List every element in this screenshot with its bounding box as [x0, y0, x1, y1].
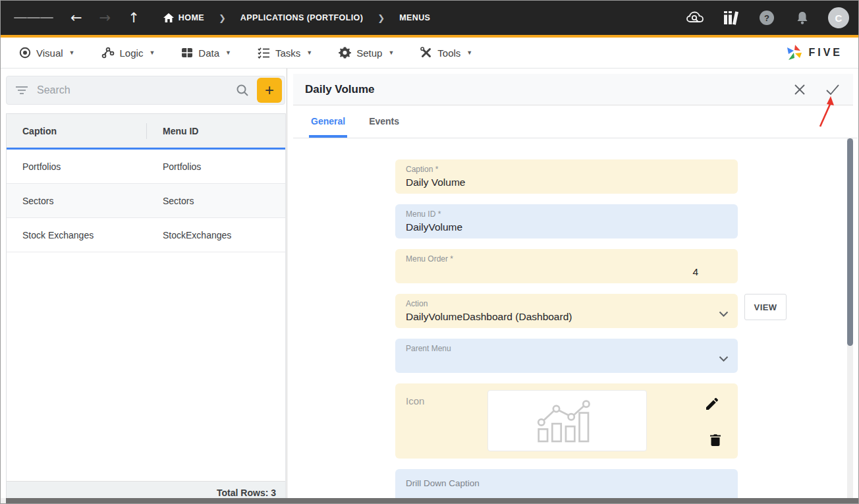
caption-value: Daily Volume: [406, 177, 727, 188]
chevron-down-icon: ▼: [388, 49, 394, 56]
data-table-icon: [181, 47, 193, 59]
breadcrumb-menus[interactable]: MENUS: [399, 13, 430, 22]
drill-down-caption-label: Drill Down Caption: [406, 478, 727, 488]
action-value: DailyVolumeDashboard (Dashboard): [406, 311, 727, 323]
five-logo-text: FIVE: [808, 47, 843, 59]
close-icon[interactable]: [792, 82, 807, 97]
tools-icon: [420, 47, 432, 59]
menu-order-value: 4: [406, 266, 727, 278]
breadcrumb-chevron-icon: ❯: [219, 13, 226, 23]
view-action-button[interactable]: VIEW: [744, 294, 787, 320]
forward-arrow-icon[interactable]: →: [96, 7, 115, 29]
menu-id-field[interactable]: Menu ID * DailyVolume: [395, 204, 738, 238]
caption-field[interactable]: Caption * Daily Volume: [395, 159, 738, 194]
chart-icon: [533, 399, 601, 443]
main-menubar: Visual▼ Logic▼ Data▼ Tasks▼: [1, 38, 858, 69]
parent-menu-value: [406, 356, 727, 368]
five-logo: FIVE: [786, 44, 843, 61]
chevron-down-icon: ▼: [225, 49, 231, 56]
delete-trash-icon[interactable]: [710, 434, 721, 446]
vertical-scrollbar-thumb[interactable]: [847, 138, 853, 346]
cloud-search-icon[interactable]: [686, 8, 706, 28]
menu-tasks[interactable]: Tasks▼: [252, 43, 318, 63]
search-icon[interactable]: [236, 84, 249, 97]
visual-icon: [19, 47, 31, 59]
menu-setup[interactable]: Setup▼: [333, 43, 399, 63]
breadcrumb: HOME ❯ APPLICATIONS (PORTFOLIO) ❯ MENUS: [163, 13, 431, 23]
five-logo-mark: [786, 44, 803, 61]
logic-icon: [101, 47, 115, 59]
detail-tabs: General Events: [293, 105, 858, 138]
gear-icon: [339, 47, 351, 59]
save-check-icon[interactable]: [824, 82, 841, 97]
home-icon: [163, 13, 174, 22]
column-header-caption[interactable]: Caption: [7, 123, 147, 139]
menu-visual[interactable]: Visual▼: [14, 43, 80, 63]
action-label: Action: [406, 299, 727, 308]
caption-label: Caption *: [406, 165, 727, 174]
menu-order-field[interactable]: Menu Order * 4: [395, 249, 738, 283]
chevron-down-icon: ▼: [149, 49, 155, 56]
column-header-menu-id[interactable]: Menu ID: [147, 126, 285, 136]
plus-icon: +: [265, 82, 274, 98]
menu-data[interactable]: Data▼: [176, 43, 236, 63]
menus-list-panel: + Caption Menu ID Portfolios Portfolios …: [1, 69, 287, 504]
icon-field[interactable]: Icon: [395, 383, 738, 459]
table-row[interactable]: Stock Exchanges StockExchanges: [7, 218, 285, 252]
menus-table: Caption Menu ID Portfolios Portfolios Se…: [6, 113, 286, 504]
horizontal-scrollbar-thumb[interactable]: [6, 498, 858, 503]
search-bar: +: [6, 76, 285, 105]
general-form: Caption * Daily Volume Menu ID * DailyVo…: [293, 138, 858, 504]
help-icon[interactable]: ?: [757, 8, 777, 28]
table-row[interactable]: Sectors Sectors: [7, 184, 285, 218]
parent-menu-label: Parent Menu: [406, 344, 727, 353]
tab-general[interactable]: General: [309, 106, 347, 138]
page-title: Daily Volume: [305, 83, 375, 96]
detail-header: Daily Volume: [293, 74, 853, 105]
back-arrow-icon[interactable]: ←: [67, 7, 86, 29]
user-avatar[interactable]: C: [828, 7, 849, 28]
tab-events[interactable]: Events: [367, 106, 401, 138]
chevron-down-icon: ▼: [466, 49, 472, 56]
breadcrumb-chevron-icon: ❯: [377, 13, 385, 23]
up-arrow-icon[interactable]: ↑: [124, 7, 144, 29]
notifications-bell-icon[interactable]: [792, 8, 812, 28]
menu-id-label: Menu ID *: [406, 210, 727, 219]
vertical-scrollbar[interactable]: [847, 138, 853, 504]
total-rows-label: Total Rows: 3: [217, 488, 276, 498]
breadcrumb-home[interactable]: HOME: [163, 13, 204, 22]
table-header-row: Caption Menu ID: [7, 114, 285, 150]
library-books-icon[interactable]: [721, 8, 741, 28]
hamburger-menu-icon[interactable]: [10, 11, 57, 25]
edit-pencil-icon[interactable]: [706, 398, 718, 410]
tasks-checklist-icon: [258, 47, 270, 59]
top-navigation-bar: ← → ↑ HOME ❯ APPLICATIONS (PORTFOLIO) ❯ …: [1, 1, 858, 35]
menu-tools[interactable]: Tools▼: [415, 43, 478, 63]
table-empty-area: [7, 252, 285, 481]
horizontal-scrollbar[interactable]: [1, 498, 858, 503]
action-field[interactable]: Action DailyVolumeDashboard (Dashboard): [395, 294, 738, 328]
breadcrumb-applications[interactable]: APPLICATIONS (PORTFOLIO): [240, 13, 363, 22]
chevron-down-icon: ▼: [306, 49, 312, 56]
add-menu-button[interactable]: +: [257, 78, 282, 103]
chevron-down-icon[interactable]: [719, 352, 729, 364]
menu-order-label: Menu Order *: [406, 254, 727, 264]
search-input[interactable]: [37, 84, 228, 96]
filter-icon[interactable]: [16, 86, 28, 95]
menu-logic[interactable]: Logic▼: [96, 43, 161, 63]
table-row[interactable]: Portfolios Portfolios: [7, 150, 285, 184]
icon-preview: [487, 390, 647, 451]
chevron-down-icon: ▼: [69, 49, 75, 56]
chevron-down-icon[interactable]: [719, 308, 729, 320]
menu-detail-panel: Daily Volume General Events Caption: [287, 69, 858, 504]
parent-menu-field[interactable]: Parent Menu: [395, 339, 738, 373]
menu-id-value: DailyVolume: [406, 221, 727, 233]
